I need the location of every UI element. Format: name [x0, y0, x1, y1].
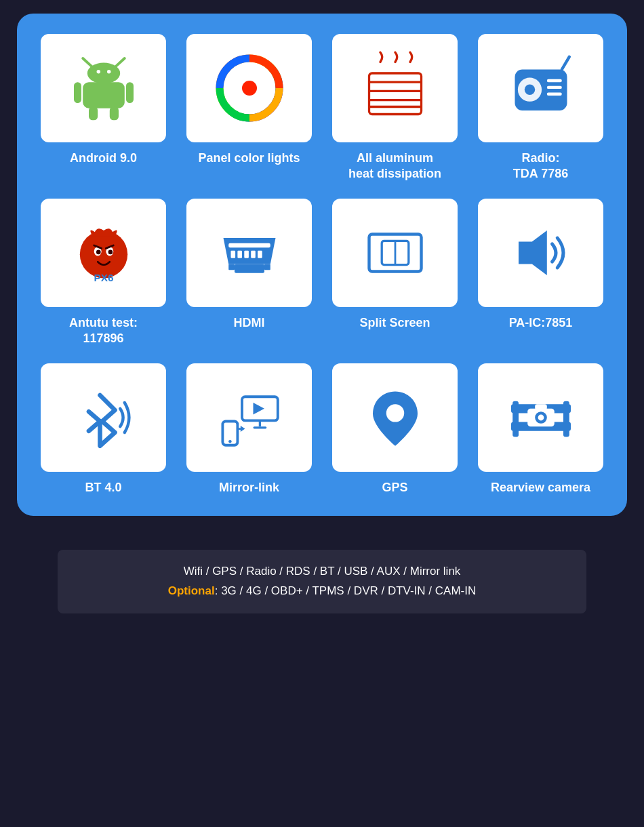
- svg-rect-21: [546, 79, 561, 82]
- icon-box-android: [41, 34, 166, 142]
- android-icon: [66, 51, 141, 125]
- svg-rect-7: [126, 82, 134, 103]
- rearview-camera-icon: [504, 380, 578, 455]
- svg-point-4: [106, 70, 110, 74]
- svg-line-18: [561, 57, 569, 70]
- px6-icon: PX6: [66, 216, 141, 290]
- item-rearview: Rearview camera: [473, 363, 608, 496]
- icon-box-radio: [478, 34, 603, 142]
- svg-point-27: [96, 249, 101, 254]
- main-card: Android 9.0: [17, 14, 627, 516]
- info-line-2: Optional: 3G / 4G / OBD+ / TPMS / DVR / …: [78, 582, 566, 601]
- svg-rect-35: [228, 243, 270, 247]
- svg-point-11: [242, 81, 257, 96]
- item-gps: GPS: [327, 363, 462, 496]
- svg-rect-47: [253, 426, 266, 428]
- label-android: Android 9.0: [70, 150, 137, 166]
- svg-rect-40: [258, 250, 262, 258]
- bluetooth-icon: [66, 380, 141, 455]
- svg-rect-33: [228, 264, 235, 270]
- label-heat: All aluminumheat dissipation: [348, 150, 441, 182]
- panel-color-icon: [212, 51, 287, 125]
- svg-rect-23: [546, 93, 561, 96]
- svg-line-0: [83, 58, 92, 67]
- svg-point-3: [96, 70, 100, 74]
- label-gps: GPS: [382, 480, 407, 496]
- speaker-icon: [504, 216, 578, 290]
- svg-rect-36: [230, 250, 235, 258]
- hdmi-icon: [212, 216, 287, 290]
- svg-rect-55: [563, 401, 569, 437]
- svg-rect-34: [264, 264, 270, 270]
- item-bt: BT 4.0: [36, 363, 171, 496]
- icon-box-pa: [478, 199, 603, 307]
- radio-icon: [504, 51, 578, 125]
- row-2: PX6 Antutu test:117896: [36, 199, 608, 347]
- svg-rect-37: [237, 250, 242, 258]
- item-radio: Radio:TDA 7786: [473, 34, 608, 182]
- mirror-link-icon: [212, 380, 287, 455]
- svg-point-49: [228, 440, 231, 443]
- svg-rect-54: [512, 401, 519, 437]
- svg-point-58: [538, 414, 544, 420]
- svg-marker-45: [253, 403, 264, 415]
- svg-rect-59: [535, 404, 547, 410]
- gps-icon: [358, 380, 432, 455]
- label-radio: Radio:TDA 7786: [513, 150, 568, 182]
- svg-rect-39: [251, 250, 256, 258]
- label-panel: Panel color lights: [198, 150, 300, 166]
- svg-rect-5: [83, 82, 125, 108]
- svg-rect-8: [89, 107, 98, 121]
- svg-rect-38: [244, 250, 249, 258]
- row-3: BT 4.0: [36, 363, 608, 496]
- item-px6: PX6 Antutu test:117896: [36, 199, 171, 347]
- optional-label: Optional: [168, 584, 215, 597]
- icon-box-px6: PX6: [41, 199, 166, 307]
- label-split: Split Screen: [359, 315, 430, 331]
- split-screen-icon: [358, 216, 432, 290]
- heat-icon: [358, 51, 432, 125]
- item-split: Split Screen: [327, 199, 462, 347]
- icon-box-hdmi: [186, 199, 312, 307]
- item-pa: PA-IC:7851: [473, 199, 608, 347]
- icon-box-gps: [332, 363, 458, 472]
- info-bar: Wifi / GPS / Radio / RDS / BT / USB / AU…: [58, 550, 586, 613]
- svg-rect-22: [546, 86, 561, 89]
- item-mirror: Mirror-link: [182, 363, 317, 496]
- svg-rect-12: [369, 73, 421, 115]
- item-heat: All aluminumheat dissipation: [327, 34, 462, 182]
- icon-box-panel: [186, 34, 312, 142]
- label-mirror: Mirror-link: [219, 480, 279, 496]
- label-rearview: Rearview camera: [491, 480, 590, 496]
- svg-marker-50: [240, 426, 245, 432]
- icon-box-heat: [332, 34, 458, 142]
- svg-rect-32: [235, 264, 264, 273]
- svg-point-28: [108, 249, 113, 254]
- svg-point-51: [386, 404, 403, 422]
- svg-point-20: [524, 85, 534, 95]
- icon-box-bt: [41, 363, 166, 472]
- item-panel-color: Panel color lights: [182, 34, 317, 182]
- label-bt: BT 4.0: [85, 480, 121, 496]
- svg-rect-9: [109, 107, 118, 121]
- svg-line-1: [115, 58, 124, 67]
- icon-box-split: [332, 199, 458, 307]
- icon-box-mirror: [186, 363, 312, 472]
- item-android: Android 9.0: [36, 34, 171, 182]
- info-line-2-rest: : 3G / 4G / OBD+ / TPMS / DVR / DTV-IN /…: [215, 584, 477, 597]
- info-line-1: Wifi / GPS / Radio / RDS / BT / USB / AU…: [78, 562, 566, 582]
- svg-text:PX6: PX6: [94, 272, 113, 283]
- label-hdmi: HDMI: [234, 315, 265, 331]
- svg-point-2: [87, 63, 119, 84]
- svg-rect-6: [74, 82, 81, 103]
- label-pa: PA-IC:7851: [509, 315, 573, 331]
- icon-box-rearview: [478, 363, 603, 472]
- item-hdmi: HDMI: [182, 199, 317, 347]
- row-1: Android 9.0: [36, 34, 608, 182]
- label-px6: Antutu test:117896: [69, 315, 138, 347]
